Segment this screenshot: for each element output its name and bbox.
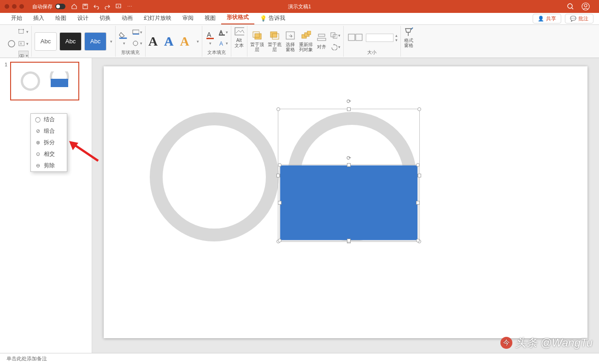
window-controls[interactable] [0, 4, 29, 9]
account-icon[interactable] [581, 2, 590, 11]
notes-hint[interactable]: 单击此处添加备注 [6, 355, 47, 362]
undo-icon[interactable] [93, 3, 100, 10]
handle-nw[interactable] [276, 107, 280, 111]
send-back-button[interactable]: 置于底 层 [268, 31, 282, 52]
shape-style-3[interactable]: Abc [84, 32, 106, 51]
present-icon[interactable] [115, 3, 122, 10]
menu-union-label: 结合 [44, 116, 55, 123]
quick-access-toolbar: ⋯ [71, 3, 133, 10]
shape-outline-icon[interactable]: ▾ [132, 27, 142, 37]
align-label: 对齐 [317, 44, 326, 50]
bring-front-button[interactable]: 置于顶 层 [250, 31, 264, 52]
menu-intersect[interactable]: ⊙相交 [31, 148, 67, 160]
menu-fragment[interactable]: ⊗拆分 [31, 137, 67, 148]
combine-icon: ⊘ [35, 128, 41, 135]
shape-style-1[interactable]: Abc [35, 32, 57, 51]
tab-transitions[interactable]: 切换 [94, 12, 116, 24]
text-fill-button[interactable]: A▾ [205, 30, 215, 46]
wordart-style-2[interactable]: A [164, 34, 173, 49]
handle2-sw[interactable] [278, 239, 282, 242]
text-effects-icon[interactable]: A▾ [218, 38, 228, 48]
reorder-button[interactable]: 重新排 列对象 [299, 31, 313, 52]
title-bar: 自动保存 ⋯ 演示文稿1 [0, 0, 599, 13]
min-dot[interactable] [12, 4, 17, 9]
menu-union[interactable]: ◯结合 [31, 114, 67, 125]
autosave-toggle[interactable]: 自动保存 [32, 3, 65, 10]
tab-slideshow[interactable]: 幻灯片放映 [138, 12, 177, 24]
rotate-icon[interactable]: ▾ [330, 42, 341, 52]
slide-thumbnail-panel[interactable]: 1 ◯结合 ⊘组合 ⊗拆分 ⊙相交 ⊖剪除 [0, 58, 92, 353]
lightbulb-icon: 💡 [260, 15, 267, 22]
slide-canvas-area[interactable]: ⟳ ⟳ [92, 58, 599, 353]
share-button[interactable]: 👤共享 [533, 14, 561, 23]
edit-points-icon[interactable]: ▾ [18, 27, 29, 37]
handle-ne[interactable] [417, 107, 421, 111]
styles-more-icon[interactable]: ▾ [110, 39, 112, 44]
tab-view[interactable]: 视图 [199, 12, 221, 24]
group-icon[interactable]: ▾ [330, 30, 341, 41]
wordart-more-icon[interactable]: ▾ [197, 39, 199, 44]
toggle-icon[interactable] [55, 4, 65, 9]
save-icon[interactable] [82, 3, 88, 10]
format-pane-button[interactable]: 格式 窗格 [404, 27, 414, 48]
slide-thumbnail-1[interactable] [10, 62, 79, 100]
thumb-ring-icon [21, 71, 40, 91]
svg-text:A: A [219, 41, 223, 47]
handle2-se[interactable] [416, 239, 420, 242]
slide[interactable]: ⟳ ⟳ [104, 66, 587, 338]
wordart-style-1[interactable]: A [148, 34, 158, 49]
shape-effects-icon[interactable]: ▾ [132, 38, 142, 48]
handle2-n[interactable] [347, 163, 351, 167]
search-icon[interactable] [567, 3, 574, 10]
rotate-handle-outer[interactable]: ⟳ [346, 98, 351, 105]
svg-point-8 [18, 29, 19, 30]
edit-shape-button[interactable] [6, 39, 17, 49]
shape-fill-button[interactable]: ▾ [118, 30, 129, 46]
wordart-style-3[interactable]: A [180, 34, 189, 49]
tab-animations[interactable]: 动画 [116, 12, 138, 24]
max-dot[interactable] [19, 4, 24, 9]
rotate-handle-inner[interactable]: ⟳ [346, 155, 351, 161]
document-title: 演示文稿1 [288, 3, 311, 10]
svg-rect-32 [318, 34, 325, 36]
handle2-ne[interactable] [416, 163, 420, 167]
stepper-icon[interactable]: ▴▾ [395, 33, 398, 42]
thumb-ring-rect-icon [50, 71, 69, 91]
handle2-nw[interactable] [278, 163, 282, 167]
text-box-icon[interactable]: A▾ [18, 39, 29, 49]
qat-more-icon[interactable]: ⋯ [126, 3, 133, 10]
menu-combine[interactable]: ⊘组合 [31, 125, 67, 137]
tab-tellme[interactable]: 💡 告诉我 [254, 12, 291, 24]
tab-shape-format[interactable]: 形状格式 [221, 11, 254, 24]
handle-n[interactable] [347, 107, 351, 111]
comments-button[interactable]: 💬批注 [565, 14, 593, 23]
handle2-w[interactable] [278, 201, 282, 205]
alt-text-button[interactable]: Alt 文本 [234, 27, 244, 48]
handle2-s[interactable] [347, 239, 351, 242]
align-button[interactable]: 对齐 [317, 33, 327, 50]
tellme-label: 告诉我 [269, 14, 285, 22]
format-pane-icon [404, 27, 414, 37]
width-input[interactable] [366, 34, 393, 42]
tab-review[interactable]: 审阅 [177, 12, 199, 24]
svg-text:A: A [20, 42, 22, 46]
menu-subtract[interactable]: ⊖剪除 [31, 160, 67, 171]
tab-draw[interactable]: 绘图 [50, 12, 72, 24]
svg-point-17 [133, 41, 138, 46]
home-icon[interactable] [71, 3, 77, 10]
shape-ring-left[interactable] [150, 112, 279, 241]
close-dot[interactable] [5, 4, 9, 9]
share-label: 共享 [546, 15, 556, 22]
handle2-e[interactable] [416, 201, 420, 205]
shape-style-2[interactable]: Abc [59, 32, 82, 51]
tab-design[interactable]: 设计 [72, 12, 94, 24]
tab-insert[interactable]: 插入 [28, 12, 50, 24]
svg-rect-14 [119, 38, 127, 39]
size-width-icon[interactable] [346, 33, 364, 43]
tab-home[interactable]: 开始 [6, 12, 28, 24]
selection-pane-button[interactable]: 选择 窗格 [285, 31, 295, 52]
svg-rect-37 [356, 34, 362, 41]
thumb-number: 1 [5, 62, 7, 100]
redo-icon[interactable] [104, 3, 111, 10]
text-outline-icon[interactable]: A▾ [218, 27, 228, 37]
